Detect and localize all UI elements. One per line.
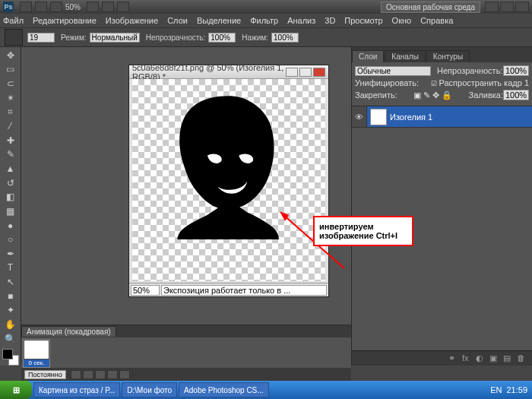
document-window: 5c0a6e8d8f21t.png @ 50% (Изогелия 1, RGB… [128,65,329,297]
lock-label: Закрепить: [355,90,397,100]
flow-label: Нажим: [242,33,268,42]
stamp-tool[interactable]: ▲ [2,162,19,176]
last-frame-button[interactable] [119,370,130,379]
layer-visibility-icon[interactable]: 👁 [352,106,367,127]
opacity-input[interactable]: 100% [208,33,236,43]
link-layers-icon[interactable]: ⚭ [448,353,461,364]
rotate-icon[interactable] [102,2,114,12]
shape-tool[interactable]: ■ [2,290,19,303]
crop-tool[interactable]: ⌗ [2,106,19,119]
animation-frame[interactable]: 0 сек. [23,339,50,368]
history-brush-tool[interactable]: ↺ [2,176,19,190]
zoom-tool[interactable]: 🔍 [2,332,19,346]
tab-paths[interactable]: Контуры [426,50,470,62]
propagate-checkbox[interactable]: ☑ Распространить кадр 1 [431,78,529,87]
healing-tool[interactable]: ✚ [2,134,19,147]
animation-tab[interactable]: Анимация (покадровая) [21,326,116,337]
brush-size[interactable]: 19 [27,33,55,43]
hand-icon[interactable] [87,2,99,12]
type-tool[interactable]: T [2,261,19,275]
new-group-icon[interactable]: ▣ [489,353,502,364]
lock-buttons[interactable]: ▣ ✎ ✥ 🔒 [413,90,452,100]
layers-panel-tabs: Слои Каналы Контуры [352,47,532,62]
layer-thumbnail[interactable] [370,109,387,125]
3d-tool[interactable]: ✦ [2,304,19,318]
canvas-image [132,79,325,281]
dodge-tool[interactable]: ○ [2,233,19,246]
doc-minimize-button[interactable] [286,68,298,77]
blend-mode-select[interactable]: Нормальный [90,33,140,43]
menu-layers[interactable]: Слои [167,16,188,25]
doc-close-button[interactable] [313,68,325,77]
doc-status-text[interactable]: Экспозиция работает только в ... [161,285,327,296]
frame-duration[interactable]: 0 сек. [24,359,49,367]
maximize-button[interactable] [500,2,514,12]
workspace-switcher[interactable]: Основная рабочая среда [381,2,480,13]
tab-channels[interactable]: Каналы [385,50,426,62]
brush-preset-icon[interactable] [5,29,23,46]
main-workspace: ✥ ▭ ⊂ ✴ ⌗ ⁄ ✚ ✎ ▲ ↺ ◧ ▦ ● ○ ✒ T ↖ ■ ✦ ✋ … [0,47,532,366]
clock[interactable]: 21:59 [506,385,527,394]
next-frame-button[interactable] [107,370,118,379]
loop-select[interactable]: Постоянно [24,370,66,379]
menu-image[interactable]: Изображение [106,16,158,25]
eyedropper-tool[interactable]: ⁄ [2,119,19,133]
layout-icon[interactable] [35,2,47,12]
start-button[interactable]: ⊞ [0,381,32,399]
eraser-tool[interactable]: ◧ [2,190,19,204]
language-indicator[interactable]: EN [490,385,502,394]
color-swatch[interactable] [2,349,19,366]
taskbar-item[interactable]: Картина из страз / Р... [33,382,120,397]
zoom-display[interactable]: 50% [65,3,81,11]
prev-frame-button[interactable] [83,370,93,379]
play-button[interactable] [95,370,106,379]
menu-edit[interactable]: Редактирование [33,16,97,25]
screen-icon[interactable] [50,2,62,12]
layer-fx-icon[interactable]: fx [462,353,474,364]
wand-tool[interactable]: ✴ [2,91,19,105]
brush-tool[interactable]: ✎ [2,147,19,161]
taskbar-item[interactable]: Adobe Photoshop CS... [179,382,269,397]
menu-3d[interactable]: 3D [325,16,335,25]
menu-file[interactable]: Файл [3,16,24,25]
move-tool[interactable]: ✥ [2,49,19,62]
lasso-tool[interactable]: ⊂ [2,77,19,90]
minimize-button[interactable] [485,2,499,12]
arrange-icon[interactable] [117,2,129,12]
taskbar-item[interactable]: D:\Мои фото [122,382,177,397]
delete-layer-icon[interactable]: 🗑 [517,353,529,364]
menu-view[interactable]: Просмотр [344,16,382,25]
path-tool[interactable]: ↖ [2,275,19,289]
doc-maximize-button[interactable] [299,68,312,77]
layer-name[interactable]: Изогелия 1 [390,112,432,122]
blur-tool[interactable]: ● [2,219,19,233]
new-layer-icon[interactable]: ▤ [503,353,515,364]
layer-row[interactable]: 👁 Изогелия 1 [352,106,532,128]
flow-input[interactable]: 100% [271,33,299,43]
system-tray[interactable]: EN 21:59 [481,385,532,394]
layer-blend-select[interactable]: Обычные [355,66,431,76]
layer-mask-icon[interactable]: ◐ [476,353,488,364]
bridge-icon[interactable] [20,2,32,12]
menu-analysis[interactable]: Анализ [287,16,315,25]
document-canvas[interactable] [132,79,325,281]
hand-tool[interactable]: ✋ [2,318,19,331]
layer-opacity-input[interactable]: 100% [503,65,529,76]
menu-select[interactable]: Выделение [197,16,241,25]
gradient-tool[interactable]: ▦ [2,204,19,218]
pen-tool[interactable]: ✒ [2,247,19,261]
tab-layers[interactable]: Слои [352,50,384,62]
menu-filter[interactable]: Фильтр [250,16,278,25]
frame-thumbnail [24,340,49,359]
document-titlebar[interactable]: 5c0a6e8d8f21t.png @ 50% (Изогелия 1, RGB… [129,65,328,79]
animation-controls: Постоянно [21,368,351,382]
opacity-label: Непрозрачность: [146,33,206,42]
layer-opacity-label: Непрозрачность: [437,66,502,75]
doc-zoom-input[interactable]: 50% [131,285,160,296]
first-frame-button[interactable] [71,370,81,379]
close-button[interactable] [515,2,529,12]
fill-input[interactable]: 100% [503,90,529,100]
marquee-tool[interactable]: ▭ [2,63,19,77]
menu-help[interactable]: Справка [420,16,453,25]
menu-window[interactable]: Окно [392,16,412,25]
